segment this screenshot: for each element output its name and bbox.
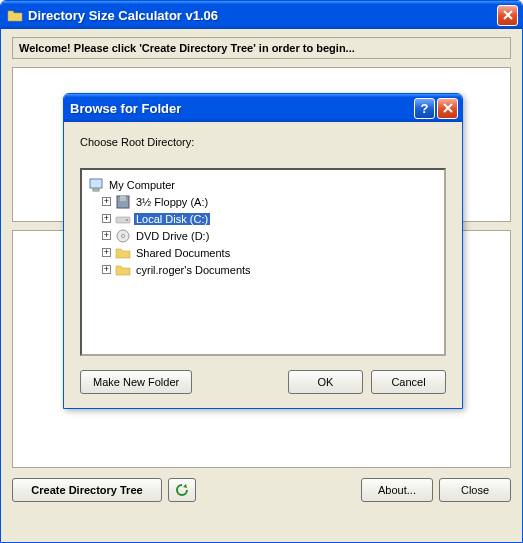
svg-point-7 [122, 234, 125, 237]
svg-rect-0 [90, 179, 102, 188]
tree-item-floppy[interactable]: + 3½ Floppy (A:) [86, 193, 440, 210]
svg-rect-3 [120, 196, 126, 201]
main-close-button[interactable] [497, 5, 518, 26]
about-button[interactable]: About... [361, 478, 433, 502]
dialog-close-button[interactable] [437, 98, 458, 119]
tree-item-shared-docs[interactable]: + Shared Documents [86, 244, 440, 261]
welcome-message: Welcome! Please click 'Create Directory … [12, 37, 511, 59]
floppy-icon [115, 194, 131, 210]
tree-item-dvd-drive[interactable]: + DVD Drive (D:) [86, 227, 440, 244]
svg-point-5 [126, 219, 128, 221]
cd-icon [115, 228, 131, 244]
tree-item-label: 3½ Floppy (A:) [134, 196, 210, 208]
main-titlebar[interactable]: Directory Size Calculator v1.06 [1, 1, 522, 29]
cancel-button[interactable]: Cancel [371, 370, 446, 394]
refresh-icon [174, 482, 190, 498]
expander-icon[interactable]: + [102, 265, 111, 274]
dialog-titlebar[interactable]: Browse for Folder ? [64, 94, 462, 122]
expander-icon[interactable]: + [102, 248, 111, 257]
help-icon: ? [421, 101, 429, 116]
app-folder-icon [7, 7, 23, 23]
tree-item-label: DVD Drive (D:) [134, 230, 211, 242]
svg-rect-1 [93, 189, 99, 191]
main-window: Directory Size Calculator v1.06 Welcome!… [0, 0, 523, 543]
main-window-title: Directory Size Calculator v1.06 [28, 8, 497, 23]
tree-item-label: cyril.roger's Documents [134, 264, 253, 276]
bottom-toolbar: Create Directory Tree About... Close [12, 478, 511, 502]
make-new-folder-button[interactable]: Make New Folder [80, 370, 192, 394]
tree-item-local-disk[interactable]: + Local Disk (C:) [86, 210, 440, 227]
browse-folder-dialog: Browse for Folder ? Choose Root Director… [63, 93, 463, 409]
refresh-button[interactable] [168, 478, 196, 502]
dialog-button-row: Make New Folder OK Cancel [80, 370, 446, 394]
tree-root-label: My Computer [107, 179, 177, 191]
ok-button[interactable]: OK [288, 370, 363, 394]
tree-item-user-docs[interactable]: + cyril.roger's Documents [86, 261, 440, 278]
expander-icon[interactable]: + [102, 197, 111, 206]
close-button[interactable]: Close [439, 478, 511, 502]
expander-icon[interactable]: + [102, 231, 111, 240]
tree-root-my-computer[interactable]: My Computer [86, 176, 440, 193]
disk-icon [115, 211, 131, 227]
computer-icon [88, 177, 104, 193]
folder-icon [115, 262, 131, 278]
folder-tree[interactable]: My Computer + 3½ Floppy (A:) + Local Dis… [80, 168, 446, 356]
folder-icon [115, 245, 131, 261]
dialog-title: Browse for Folder [70, 101, 414, 116]
create-directory-tree-button[interactable]: Create Directory Tree [12, 478, 162, 502]
dialog-help-button[interactable]: ? [414, 98, 435, 119]
tree-item-label: Shared Documents [134, 247, 232, 259]
expander-icon[interactable]: + [102, 214, 111, 223]
dialog-body: Choose Root Directory: My Computer + 3½ … [64, 122, 462, 408]
dialog-instruction: Choose Root Directory: [80, 136, 446, 148]
tree-item-label: Local Disk (C:) [134, 213, 210, 225]
